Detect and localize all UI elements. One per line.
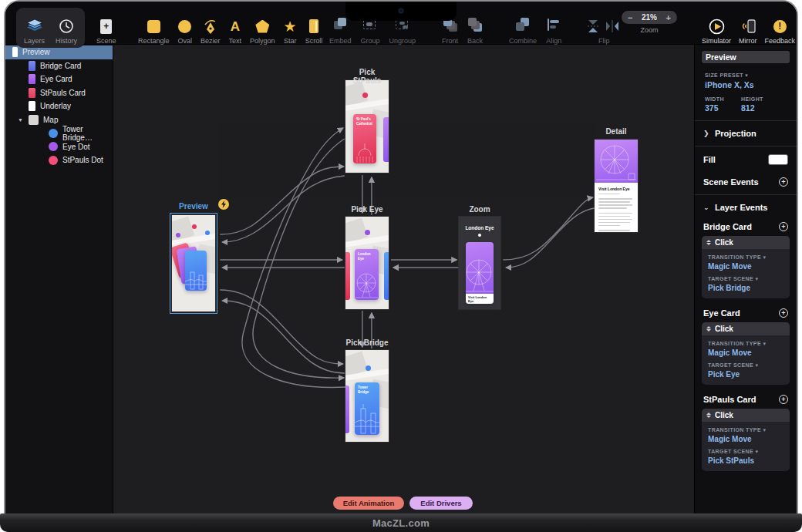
combine-tool-button[interactable]: Combine: [509, 11, 537, 45]
transition-type-dropdown[interactable]: TRANSITION TYPE ▾: [708, 341, 783, 347]
transition-value[interactable]: Magic Move: [708, 435, 783, 443]
target-scene-value[interactable]: Pick StPauls: [708, 456, 783, 465]
polygon-tool-button[interactable]: Polygon: [250, 11, 275, 45]
eye-card-zoomed[interactable]: Visit London Eye: [466, 242, 494, 304]
trigger-select[interactable]: Click: [702, 409, 790, 422]
flip-tool-button[interactable]: Flip: [588, 11, 620, 45]
tool-label: Ungroup: [389, 37, 416, 45]
bridge-map-dot: [366, 365, 371, 371]
scene-label-pick-bridge[interactable]: Pick Bridge: [345, 338, 389, 347]
sidebar-item-stpauls-card[interactable]: StPauls Card: [5, 86, 113, 100]
eye-card[interactable]: London Eye: [355, 249, 379, 300]
artboard-detail[interactable]: Visit London Eye: [595, 140, 638, 232]
back-tool-button[interactable]: Back: [467, 11, 483, 45]
sidebar-item-eye-dot[interactable]: Eye Dot: [5, 140, 113, 154]
target-scene-value[interactable]: Pick Eye: [708, 370, 783, 379]
oval-tool-button[interactable]: Oval: [178, 11, 193, 45]
align-tool-button[interactable]: Align: [546, 11, 561, 45]
artboard-zoom[interactable]: London Eye Visit London Eye: [459, 217, 500, 309]
layer-events-section-header[interactable]: ⌄ Layer Events: [702, 203, 790, 212]
zoom-pill: − 21% +: [622, 11, 677, 24]
artboard-pick-eye[interactable]: London Eye: [345, 217, 389, 309]
visit-button[interactable]: Visit London Eye: [466, 294, 494, 304]
artboard-preview[interactable]: [172, 215, 215, 311]
add-layer-event-button[interactable]: +: [779, 395, 788, 404]
shape-tools-group: Rectangle Oval Bezier A Text: [138, 8, 322, 48]
sidebar-item-bridge-card[interactable]: Bridge Card: [5, 59, 113, 73]
star-tool-button[interactable]: ★ Star: [284, 11, 297, 45]
stpauls-dome-illustration: [353, 137, 376, 163]
edit-drivers-button[interactable]: Edit Drivers: [409, 497, 473, 510]
size-preset-value[interactable]: iPhone X, Xs: [705, 80, 790, 89]
fill-label: Fill: [703, 155, 716, 164]
size-preset-dropdown[interactable]: SIZE PRESET ▾: [705, 72, 790, 79]
add-layer-event-button[interactable]: +: [779, 308, 788, 318]
transition-type-dropdown[interactable]: TRANSITION TYPE ▾: [708, 427, 783, 433]
main-area: Preview Bridge Card Eye Card StPauls Car…: [5, 45, 797, 515]
add-scene-event-button[interactable]: +: [779, 177, 788, 187]
layers-tool-button[interactable]: Layers: [24, 11, 45, 45]
simulator-button[interactable]: Simulator: [702, 11, 731, 45]
lightning-badge-icon[interactable]: [218, 199, 229, 210]
bezier-tool-button[interactable]: Bezier: [200, 11, 221, 45]
scroll-icon: [309, 18, 318, 35]
fill-color-swatch[interactable]: [768, 154, 788, 165]
target-scene-dropdown[interactable]: TARGET SCENE ▾: [708, 276, 783, 282]
height-value[interactable]: 812: [741, 103, 763, 113]
scene-label-pick-stpauls[interactable]: Pick StPauls: [345, 68, 389, 85]
view-tools-group: Layers History: [16, 8, 85, 48]
sidebar-item-eye-card[interactable]: Eye Card: [5, 72, 113, 86]
transition-value[interactable]: Magic Move: [708, 262, 783, 271]
scene-label-detail[interactable]: Detail: [595, 127, 638, 136]
target-scene-dropdown[interactable]: TARGET SCENE ▾: [708, 362, 783, 369]
transition-type-dropdown[interactable]: TRANSITION TYPE ▾: [708, 254, 783, 261]
tool-label: Embed: [329, 37, 352, 45]
zoom-out-button[interactable]: −: [628, 13, 632, 22]
scroll-tool-button[interactable]: Scroll: [305, 11, 323, 45]
scene-label-preview[interactable]: Preview: [172, 202, 215, 210]
disclosure-triangle-icon[interactable]: ▼: [18, 117, 24, 123]
target-scene-value[interactable]: Pick Bridge: [708, 284, 783, 292]
divider: [695, 120, 797, 121]
zoom-in-button[interactable]: +: [666, 13, 671, 22]
edit-animation-button[interactable]: Edit Animation: [333, 497, 404, 510]
artboard-pick-stpauls[interactable]: St Paul's Cathedral: [345, 80, 389, 173]
mirror-button[interactable]: Mirror: [739, 11, 757, 45]
rectangle-tool-button[interactable]: Rectangle: [138, 11, 170, 45]
trigger-select[interactable]: Click: [702, 236, 790, 249]
bridge-card[interactable]: Tower Bridge: [355, 382, 379, 435]
feedback-button[interactable]: ! Feedback: [765, 11, 796, 45]
sidebar-item-stpauls-dot[interactable]: StPauls Dot: [5, 153, 113, 167]
scene-name-input[interactable]: Preview: [702, 51, 790, 63]
stpauls-card[interactable]: St Paul's Cathedral: [353, 114, 376, 163]
width-field[interactable]: WIDTH 375: [705, 96, 724, 113]
adjacent-eye-card-edge: [345, 386, 349, 433]
history-tool-button[interactable]: History: [56, 11, 77, 45]
scene-label-pick-eye[interactable]: Pick Eye: [345, 205, 389, 214]
eye-map-dot: [176, 233, 180, 237]
add-layer-event-button[interactable]: +: [779, 222, 788, 231]
tool-label: Layers: [24, 37, 45, 45]
text-tool-button[interactable]: A Text: [229, 11, 242, 45]
scene-tool-button[interactable]: + Scene: [96, 11, 116, 45]
layer-thumbnail: [49, 142, 58, 151]
run-tools-group: Simulator Mirror ! Feedback: [702, 8, 795, 48]
section-label: Scene Events: [703, 177, 759, 187]
layer-thumbnail: [29, 115, 39, 125]
transition-value[interactable]: Magic Move: [708, 348, 783, 357]
width-value[interactable]: 375: [705, 103, 724, 113]
trigger-select[interactable]: Click: [702, 322, 790, 335]
ferris-wheel-illustration: [466, 254, 494, 294]
size-preset-section: SIZE PRESET ▾ iPhone X, Xs: [705, 72, 790, 89]
height-field[interactable]: HEIGHT 812: [741, 96, 763, 113]
sidebar-item-underlay[interactable]: Underlay: [5, 99, 113, 113]
sidebar-item-tower-bridge-dot[interactable]: Tower Bridge…: [5, 126, 113, 140]
tool-label: Star: [284, 37, 297, 45]
scene-label-zoom[interactable]: Zoom: [459, 205, 500, 214]
layer-label: Bridge Card: [40, 62, 81, 70]
projection-section-header[interactable]: ❯ Projection: [702, 129, 790, 138]
artboard-pick-bridge[interactable]: Tower Bridge: [345, 350, 389, 442]
event-card: Click TRANSITION TYPE ▾ Magic Move TARGE…: [702, 322, 790, 385]
scene-canvas[interactable]: Pick StPauls St Paul's Cathedral: [113, 45, 694, 515]
target-scene-dropdown[interactable]: TARGET SCENE ▾: [708, 449, 783, 455]
